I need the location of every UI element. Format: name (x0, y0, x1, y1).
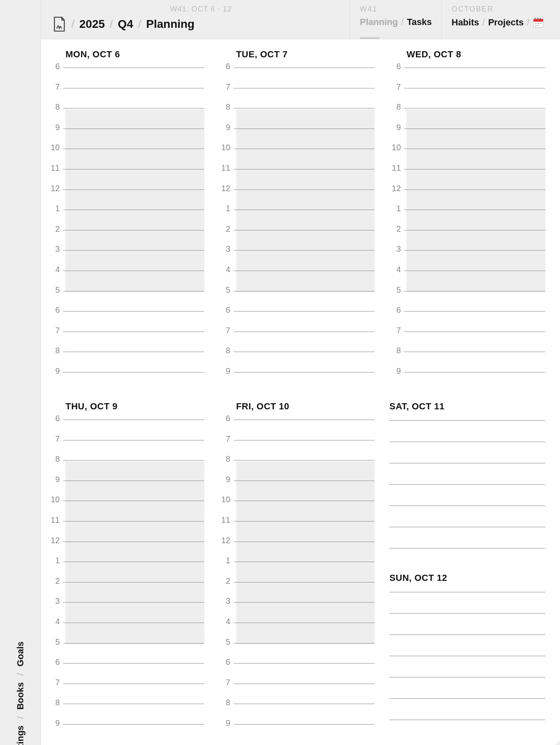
hour-row[interactable]: 7 (389, 68, 545, 88)
hour-row[interactable]: 6 (219, 643, 375, 664)
svg-rect-8 (535, 25, 537, 26)
hour-row[interactable]: 9 (389, 108, 545, 129)
hour-row[interactable]: 11 (48, 501, 204, 522)
hour-row[interactable]: 10 (219, 129, 375, 149)
rule-block-sun[interactable] (389, 585, 545, 720)
hour-row[interactable]: 8 (48, 684, 204, 704)
hour-row[interactable]: 8 (389, 332, 545, 352)
hour-row[interactable]: 11 (219, 501, 375, 522)
hour-row[interactable]: 6 (219, 61, 375, 68)
hour-row[interactable]: 3 (219, 582, 375, 603)
hour-row[interactable]: 7 (48, 312, 204, 332)
hour-row[interactable]: 7 (219, 312, 375, 332)
hour-row[interactable]: 8 (219, 88, 375, 109)
hour-row[interactable]: 4 (48, 603, 204, 623)
hour-row[interactable]: 9 (48, 352, 204, 372)
rail-tab-books[interactable]: Books (15, 682, 25, 710)
hour-row[interactable]: 12 (48, 169, 204, 190)
hour-row[interactable]: 9 (219, 108, 375, 129)
hour-row[interactable]: 2 (219, 562, 375, 582)
hour-label: 9 (48, 719, 63, 727)
hour-row[interactable]: 1 (219, 190, 375, 210)
hour-row[interactable]: 4 (48, 251, 204, 271)
header-subtitle: W41: OCT 6 - 12 (52, 5, 350, 14)
logo-icon[interactable] (52, 16, 66, 32)
hour-row[interactable]: 12 (389, 169, 545, 190)
hour-row[interactable]: 9 (219, 352, 375, 372)
hour-row[interactable]: 2 (219, 210, 375, 230)
week-grid: MON, OCT 66789101112123456789 TUE, OCT 7… (48, 49, 545, 737)
hour-row[interactable]: 6 (219, 413, 375, 420)
hour-row[interactable]: 12 (219, 522, 375, 542)
hour-row[interactable]: 5 (48, 271, 204, 291)
hour-row[interactable]: 3 (219, 230, 375, 251)
hour-row[interactable]: 1 (389, 190, 545, 210)
hour-row[interactable]: 3 (48, 230, 204, 251)
hour-row[interactable]: 11 (219, 149, 375, 169)
hour-row[interactable]: 8 (389, 88, 545, 109)
hour-row[interactable]: 4 (219, 251, 375, 271)
hour-row[interactable]: 6 (48, 643, 204, 664)
crumb-year[interactable]: 2025 (79, 18, 105, 31)
tab-projects[interactable]: Projects (488, 17, 524, 28)
hour-row[interactable]: 8 (48, 332, 204, 352)
hour-row[interactable]: 10 (219, 481, 375, 501)
hour-row[interactable]: 9 (48, 704, 204, 725)
rail-tab-meetings[interactable]: Meetings (15, 725, 25, 745)
hour-row[interactable]: 11 (389, 149, 545, 169)
hour-row[interactable]: 7 (219, 68, 375, 88)
hour-row[interactable]: 7 (48, 420, 204, 440)
hour-row[interactable]: 9 (48, 108, 204, 129)
rule-block-sat[interactable] (389, 413, 545, 549)
hour-row[interactable]: 5 (219, 623, 375, 643)
hour-row[interactable]: 2 (389, 210, 545, 230)
hour-row[interactable]: 6 (48, 61, 204, 68)
tab-tasks[interactable]: Tasks (407, 17, 432, 27)
hour-row[interactable]: 4 (219, 603, 375, 623)
hour-row[interactable]: 6 (48, 291, 204, 312)
hour-row[interactable]: 2 (48, 210, 204, 230)
hour-row[interactable]: 1 (219, 542, 375, 562)
hour-row[interactable]: 9 (389, 352, 545, 372)
hour-row[interactable]: 11 (48, 149, 204, 169)
hour-row[interactable]: 9 (219, 704, 375, 725)
hour-row[interactable]: 7 (389, 312, 545, 332)
hour-row[interactable]: 5 (48, 623, 204, 643)
hour-row[interactable]: 10 (389, 129, 545, 149)
crumb-page[interactable]: Planning (146, 18, 194, 31)
day-title-mon: MON, OCT 6 (48, 49, 204, 60)
hour-row[interactable]: 5 (219, 271, 375, 291)
crumb-quarter[interactable]: Q4 (118, 18, 133, 31)
hour-row[interactable]: 6 (389, 291, 545, 312)
hour-row[interactable]: 7 (48, 68, 204, 88)
tab-planning[interactable]: Planning (360, 17, 398, 27)
hour-row[interactable]: 10 (48, 129, 204, 149)
hour-row[interactable]: 8 (219, 440, 375, 461)
hour-row[interactable]: 8 (48, 440, 204, 461)
hour-row[interactable]: 12 (48, 522, 204, 542)
hour-row[interactable]: 2 (48, 562, 204, 582)
hour-row[interactable]: 12 (219, 169, 375, 190)
header-main: W41: OCT 6 - 12 / 2025 / Q4 / Planning (41, 0, 350, 39)
hour-row[interactable]: 1 (48, 542, 204, 562)
hour-row[interactable]: 9 (48, 461, 204, 481)
hour-row[interactable]: 8 (219, 684, 375, 704)
hour-row[interactable]: 6 (48, 413, 204, 420)
hour-row[interactable]: 6 (389, 61, 545, 68)
hour-row[interactable]: 5 (389, 271, 545, 291)
tab-habits[interactable]: Habits (452, 17, 479, 28)
hour-row[interactable]: 4 (389, 251, 545, 271)
hour-row[interactable]: 7 (219, 664, 375, 684)
rail-tab-goals[interactable]: Goals (15, 641, 25, 666)
calendar-icon[interactable] (533, 17, 544, 28)
hour-row[interactable]: 8 (48, 88, 204, 109)
hour-row[interactable]: 8 (219, 332, 375, 352)
hour-row[interactable]: 3 (48, 582, 204, 603)
hour-row[interactable]: 6 (219, 291, 375, 312)
hour-row[interactable]: 3 (389, 230, 545, 251)
hour-row[interactable]: 7 (219, 420, 375, 440)
hour-row[interactable]: 10 (48, 481, 204, 501)
hour-row[interactable]: 1 (48, 190, 204, 210)
hour-row[interactable]: 7 (48, 664, 204, 684)
hour-row[interactable]: 9 (219, 461, 375, 481)
